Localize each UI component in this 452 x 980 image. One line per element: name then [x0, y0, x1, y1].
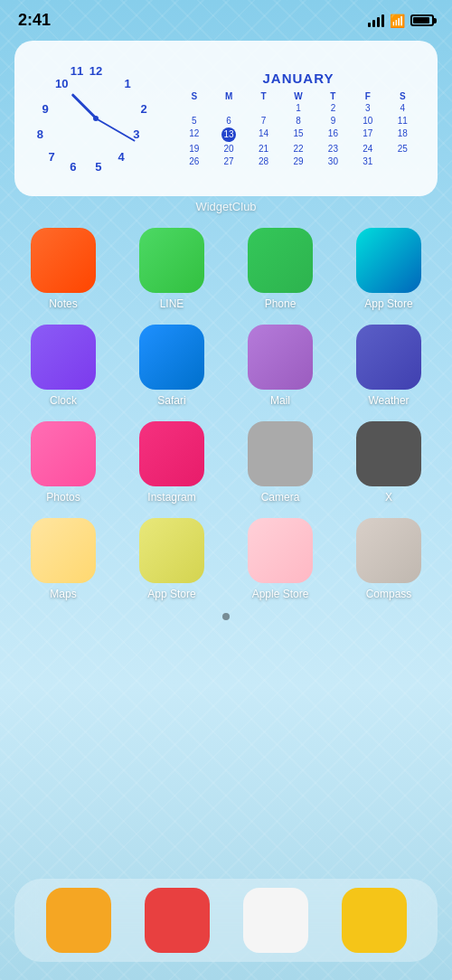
app-label-line: LINE [160, 297, 184, 310]
cal-day-6: 6 [212, 115, 245, 127]
cal-day-30: 30 [316, 155, 350, 167]
signal-icon [368, 14, 384, 27]
app-label-compass: Compass [366, 588, 412, 600]
app-label-notes: Notes [49, 297, 77, 310]
widget-container: 12 1 2 3 4 5 6 7 8 9 10 11 JANUARY S M T… [14, 41, 438, 196]
app-item-camera[interactable]: Camera [226, 414, 334, 511]
clock-face: 12 1 2 3 4 5 6 7 8 9 10 11 [33, 55, 159, 182]
app-item-maps[interactable]: Maps [9, 511, 118, 608]
dock-item-2[interactable] [127, 888, 226, 953]
cal-day-19: 19 [177, 143, 211, 155]
cal-day-5: 5 [177, 115, 211, 127]
cal-day-15: 15 [281, 127, 315, 142]
cal-day-4: 4 [386, 102, 419, 114]
dock-item-4[interactable] [325, 888, 423, 953]
app-label-applestore: Apple Store [252, 588, 309, 600]
cal-day-22: 22 [281, 143, 315, 155]
cal-day-27: 27 [212, 155, 245, 167]
cal-header-t1: T [247, 91, 280, 101]
app-label-mail: Mail [270, 394, 290, 407]
app-icon-instagram [139, 421, 204, 486]
app-label-safari: Safari [157, 394, 185, 407]
app-item-safari[interactable]: Safari [118, 317, 226, 414]
app-item-notes[interactable]: Notes [9, 221, 118, 317]
app-label-clock: Clock [50, 394, 77, 407]
clock-num-4: 4 [118, 150, 124, 164]
clock-num-11: 11 [71, 63, 83, 77]
cal-header-t2: T [316, 91, 350, 101]
clock-center [93, 116, 99, 121]
clock-num-9: 9 [42, 101, 48, 115]
cal-day-1: 1 [281, 102, 315, 114]
app-item-appstore2[interactable]: App Store [118, 511, 226, 608]
cal-day-17: 17 [351, 127, 384, 142]
cal-day-26: 26 [177, 155, 211, 167]
clock-num-1: 1 [124, 76, 130, 90]
cal-day-11: 11 [386, 115, 419, 127]
app-icon-camera [248, 421, 313, 486]
app-icon-appstore2 [139, 518, 204, 583]
clock-widget: 12 1 2 3 4 5 6 7 8 9 10 11 [33, 55, 159, 182]
wifi-icon: 📶 [390, 14, 405, 28]
app-label-photos: Photos [46, 491, 80, 504]
cal-day-20: 20 [212, 143, 245, 155]
cal-header-f: F [351, 91, 384, 101]
app-icon-mail [248, 325, 313, 390]
app-icon-maps [31, 518, 96, 583]
cal-day-28: 28 [247, 155, 280, 167]
app-icon-photos [31, 421, 96, 486]
app-grid: NotesLINEPhoneApp StoreClockSafariMailWe… [0, 221, 452, 608]
calendar-grid: S M T W T F S 1 2 3 4 5 6 7 8 9 10 11 12… [177, 91, 419, 167]
app-icon-line [139, 228, 204, 293]
app-item-compass[interactable]: Compass [334, 511, 443, 608]
clock-num-5: 5 [95, 160, 101, 174]
hour-hand [71, 93, 97, 119]
dock-item-1[interactable] [29, 888, 127, 953]
app-item-phone[interactable]: Phone [226, 221, 334, 317]
app-label-camera: Camera [261, 491, 300, 504]
app-icon-x [356, 421, 421, 486]
app-label-instagram: Instagram [147, 491, 195, 504]
clock-num-10: 10 [55, 76, 68, 90]
cal-day-9: 9 [316, 115, 350, 127]
app-item-mail[interactable]: Mail [226, 317, 334, 414]
cal-day-23: 23 [316, 143, 350, 155]
cal-day-29: 29 [281, 155, 315, 167]
cal-day-25: 25 [386, 143, 419, 155]
cal-day-8: 8 [281, 115, 315, 127]
app-item-clock[interactable]: Clock [9, 317, 118, 414]
cal-day-18: 18 [386, 127, 419, 142]
app-label-phone: Phone [265, 297, 297, 310]
cal-header-s2: S [386, 91, 419, 101]
app-label-appstore2: App Store [147, 588, 195, 600]
app-item-applestore[interactable]: Apple Store [226, 511, 334, 608]
app-label-weather: Weather [368, 394, 409, 407]
cal-day-empty4 [386, 155, 419, 167]
app-icon-appstore [356, 228, 421, 293]
clock-num-12: 12 [89, 63, 102, 77]
app-item-line[interactable]: LINE [118, 221, 226, 317]
clock-num-3: 3 [133, 127, 139, 140]
app-item-appstore[interactable]: App Store [334, 221, 443, 317]
app-item-instagram[interactable]: Instagram [118, 414, 226, 511]
cal-day-7: 7 [247, 115, 280, 127]
cal-day-31: 31 [351, 155, 384, 167]
clock-num-7: 7 [48, 150, 54, 164]
clock-num-2: 2 [141, 101, 147, 115]
dock-icon-1[interactable] [46, 888, 111, 953]
app-item-weather[interactable]: Weather [334, 317, 443, 414]
app-item-x[interactable]: X [334, 414, 443, 511]
dock-item-3[interactable] [226, 888, 325, 953]
dock-icon-2[interactable] [145, 888, 210, 953]
clock-num-6: 6 [70, 160, 76, 174]
status-bar: 2:41 📶 [0, 0, 452, 33]
dock-icon-4[interactable] [342, 888, 407, 953]
status-time: 2:41 [18, 11, 51, 30]
cal-day-16: 16 [316, 127, 350, 142]
dock-icon-3[interactable] [243, 888, 308, 953]
calendar-widget: JANUARY S M T W T F S 1 2 3 4 5 6 7 8 9 … [177, 71, 419, 167]
cal-day-empty3 [247, 102, 280, 114]
app-item-photos[interactable]: Photos [9, 414, 118, 511]
cal-day-14: 14 [247, 127, 280, 142]
minute-hand [96, 118, 136, 142]
